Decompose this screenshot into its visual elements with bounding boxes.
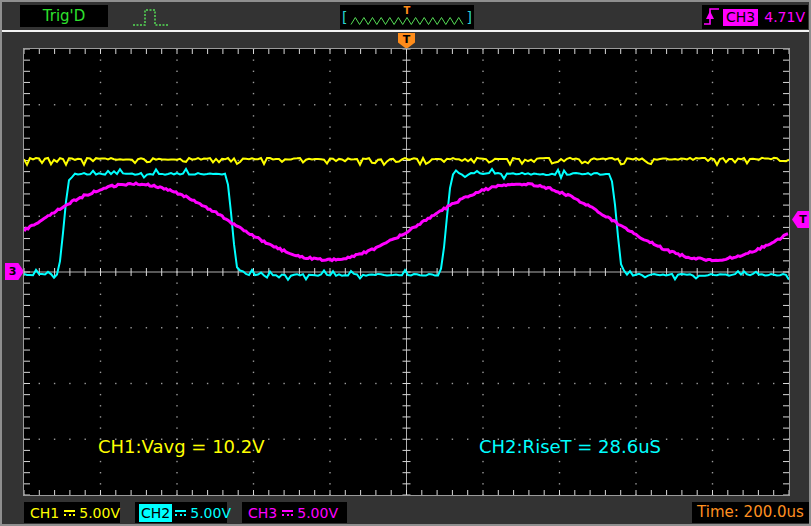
dc-coupling-icon — [64, 510, 75, 516]
pulse-icon — [130, 5, 172, 29]
trigger-status-badge: Trig'D — [20, 5, 108, 27]
record-preview[interactable]: [ ] T — [340, 5, 474, 29]
rising-edge-icon — [702, 5, 721, 29]
dc-coupling-icon — [282, 510, 293, 516]
trigger-readout[interactable]: CH3 4.71V — [702, 5, 808, 29]
topbar-divider — [2, 30, 809, 32]
trigger-level-marker[interactable]: T — [792, 211, 811, 228]
ch2-readout[interactable]: CH2 5.00V — [135, 502, 227, 523]
waveform-display: CH1:Vavg = 10.2V CH2:RiseT = 28.6uS — [24, 49, 789, 495]
ch1-scale: 5.00V — [79, 505, 120, 521]
ch1-measurement-text: CH1:Vavg = 10.2V — [98, 436, 265, 457]
trigger-level-readout: 4.71V — [764, 9, 805, 25]
top-status-bar: Trig'D [ ] T CH3 4.71V — [2, 2, 809, 30]
timebase-readout[interactable]: Time: 200.0us — [692, 502, 809, 523]
dc-coupling-icon — [175, 510, 186, 516]
ch3-label: CH3 — [246, 504, 279, 522]
ch3-readout[interactable]: CH3 5.00V — [242, 502, 347, 523]
ch2-measurement-text: CH2:RiseT = 28.6uS — [479, 436, 661, 457]
ch2-scale: 5.00V — [190, 505, 231, 521]
oscilloscope-screen: Trig'D [ ] T CH3 4.71V T T 3 CH1:Vavg = … — [0, 0, 811, 526]
trigger-source-badge: CH3 — [723, 9, 758, 26]
ch3-scale: 5.00V — [297, 505, 338, 521]
ch1-label: CH1 — [28, 504, 61, 522]
preview-trigger-position-label: T — [340, 5, 474, 16]
ch1-readout[interactable]: CH1 5.00V — [24, 502, 120, 523]
bottom-status-bar: CH1 5.00V CH2 5.00V CH3 5.00V Time: 200.… — [2, 497, 809, 526]
graticule-and-traces — [24, 49, 789, 495]
ch2-label: CH2 — [139, 504, 172, 522]
ch3-ground-marker[interactable]: 3 — [5, 263, 24, 280]
trigger-position-marker[interactable]: T — [398, 33, 415, 49]
